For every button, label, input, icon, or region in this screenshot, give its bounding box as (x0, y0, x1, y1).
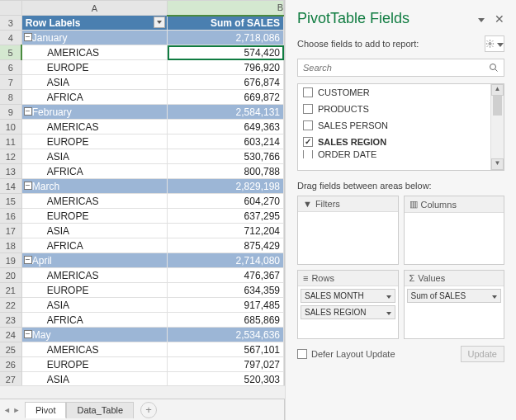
collapse-icon[interactable]: − (24, 107, 32, 116)
row-header[interactable]: 8 (0, 90, 21, 105)
region-label[interactable]: AMERICAS (21, 120, 168, 134)
close-icon[interactable]: ✕ (495, 12, 504, 26)
checkbox-icon[interactable] (303, 87, 313, 97)
region-value[interactable]: 476,367 (168, 268, 284, 283)
month-group-label[interactable]: −May (21, 328, 168, 342)
rows-area[interactable]: ≡Rows SALES MONTHSALES REGION (297, 270, 399, 339)
region-value[interactable]: 530,766 (168, 149, 284, 164)
region-label[interactable]: ASIA (21, 75, 168, 90)
region-label[interactable]: AFRICA (21, 164, 168, 179)
values-area[interactable]: ΣValues Sum of SALES (404, 270, 505, 339)
row-header[interactable]: 22 (0, 298, 21, 313)
column-header-a[interactable]: A (21, 1, 168, 16)
scroll-thumb[interactable] (493, 96, 502, 116)
row-header[interactable]: 17 (0, 224, 21, 238)
collapse-icon[interactable]: − (24, 33, 32, 41)
region-label[interactable]: ASIA (21, 372, 168, 387)
row-header[interactable]: 23 (0, 313, 21, 328)
region-label[interactable]: AMERICAS (21, 268, 168, 283)
horizontal-scrollbar[interactable] (0, 385, 285, 399)
region-value[interactable]: 603,214 (168, 134, 284, 149)
checkbox-icon[interactable]: ✓ (303, 137, 313, 147)
region-label[interactable]: EUROPE (21, 283, 168, 298)
update-button[interactable]: Update (461, 346, 504, 362)
row-header[interactable]: 7 (0, 75, 21, 90)
filters-area[interactable]: ▼Filters (297, 196, 399, 265)
region-value[interactable]: 634,359 (168, 283, 284, 298)
row-header[interactable]: 3 (0, 16, 21, 31)
sheet-tab[interactable]: Data_Table (66, 402, 134, 418)
row-header[interactable]: 18 (0, 238, 21, 253)
region-label[interactable]: ASIA (21, 224, 168, 238)
month-subtotal[interactable]: 2,829,198 (168, 179, 284, 194)
region-value[interactable]: 875,429 (168, 238, 284, 253)
sheet-tab[interactable]: Pivot (25, 402, 66, 418)
chevron-down-icon[interactable] (386, 308, 391, 317)
row-header[interactable]: 21 (0, 283, 21, 298)
scroll-up-icon[interactable]: ▲ (491, 84, 504, 96)
region-value[interactable]: 574,420 (168, 45, 284, 60)
region-value[interactable]: 604,270 (168, 194, 284, 209)
row-header[interactable]: 16 (0, 209, 21, 224)
region-value[interactable]: 797,027 (168, 357, 284, 372)
region-value[interactable]: 800,788 (168, 164, 284, 179)
region-value[interactable]: 637,295 (168, 209, 284, 224)
pivot-values-header[interactable]: Sum of SALES (168, 16, 284, 31)
row-header[interactable]: 10 (0, 120, 21, 134)
region-value[interactable]: 917,485 (168, 298, 284, 313)
column-header-b[interactable]: B (168, 1, 284, 16)
pane-menu-dropdown[interactable] (476, 13, 485, 25)
month-group-label[interactable]: −April (21, 253, 168, 268)
row-header[interactable]: 6 (0, 60, 21, 75)
field-item[interactable]: ✓SALES REGION (298, 134, 490, 150)
field-item[interactable]: ORDER DATE (298, 150, 490, 158)
month-subtotal[interactable]: 2,534,636 (168, 328, 284, 342)
row-header[interactable]: 4 (0, 31, 21, 45)
month-group-label[interactable]: −February (21, 105, 168, 120)
area-pill[interactable]: Sum of SALES (407, 289, 502, 303)
region-label[interactable]: ASIA (21, 298, 168, 313)
region-label[interactable]: AFRICA (21, 313, 168, 328)
scroll-down-icon[interactable]: ▼ (491, 158, 504, 170)
area-pill[interactable]: SALES MONTH (301, 289, 395, 303)
field-item[interactable]: SALES PERSON (298, 117, 490, 134)
gear-icon[interactable] (485, 35, 504, 52)
area-pill[interactable]: SALES REGION (301, 305, 395, 319)
month-group-label[interactable]: −March (21, 179, 168, 194)
field-item[interactable]: PRODUCTS (298, 101, 490, 117)
row-header[interactable]: 25 (0, 342, 21, 357)
region-value[interactable]: 567,101 (168, 342, 284, 357)
checkbox-icon[interactable] (303, 120, 313, 130)
row-header[interactable]: 24 (0, 328, 21, 342)
region-value[interactable]: 649,363 (168, 120, 284, 134)
row-header[interactable]: 15 (0, 194, 21, 209)
region-label[interactable]: AFRICA (21, 238, 168, 253)
collapse-icon[interactable]: − (24, 182, 32, 190)
month-subtotal[interactable]: 2,718,086 (168, 31, 284, 45)
row-header[interactable]: 20 (0, 268, 21, 283)
chevron-down-icon[interactable] (386, 291, 391, 300)
region-label[interactable]: EUROPE (21, 209, 168, 224)
chevron-down-icon[interactable] (492, 291, 497, 300)
checkbox-icon[interactable] (303, 150, 313, 158)
month-group-label[interactable]: −January (21, 31, 168, 45)
search-input[interactable] (297, 59, 504, 77)
region-label[interactable]: EUROPE (21, 357, 168, 372)
collapse-icon[interactable]: − (24, 330, 32, 338)
month-subtotal[interactable]: 2,714,080 (168, 253, 284, 268)
month-subtotal[interactable]: 2,584,131 (168, 105, 284, 120)
pivot-row-labels-header[interactable]: Row Labels (21, 16, 168, 31)
select-all-corner[interactable] (0, 1, 21, 16)
region-value[interactable]: 712,204 (168, 224, 284, 238)
region-label[interactable]: EUROPE (21, 60, 168, 75)
region-value[interactable]: 520,303 (168, 372, 284, 387)
row-header[interactable]: 26 (0, 357, 21, 372)
region-label[interactable]: AMERICAS (21, 45, 168, 60)
region-label[interactable]: AMERICAS (21, 194, 168, 209)
checkbox-icon[interactable] (303, 104, 313, 114)
field-list-scrollbar[interactable]: ▲ ▼ (490, 84, 504, 170)
region-value[interactable]: 796,920 (168, 60, 284, 75)
region-label[interactable]: AMERICAS (21, 342, 168, 357)
collapse-icon[interactable]: − (24, 256, 32, 264)
row-header[interactable]: 5 (0, 45, 21, 60)
